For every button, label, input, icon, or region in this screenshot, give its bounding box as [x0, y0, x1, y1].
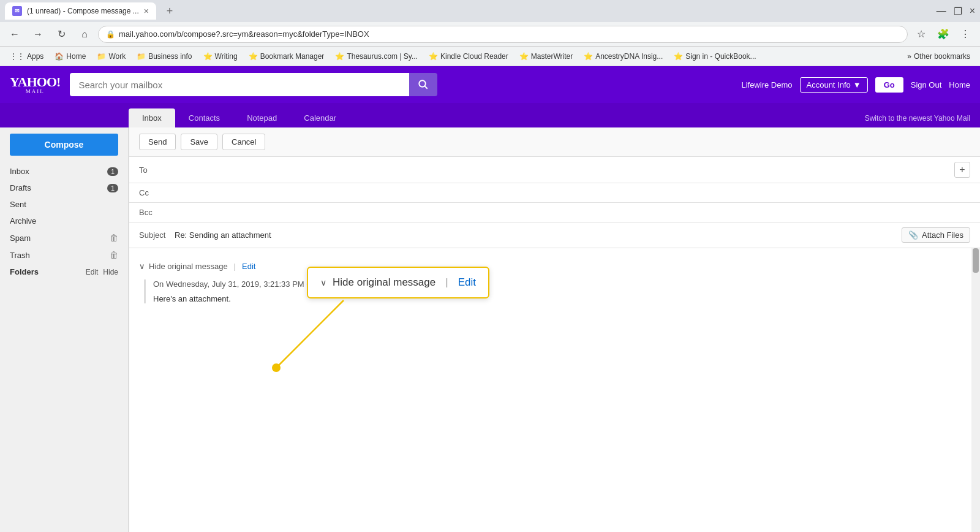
- yahoo-mail-app: YAHOO! MAIL Lifewire Demo Account Info ▼…: [0, 66, 980, 532]
- bookmark-other[interactable]: » Other bookmarks: [902, 51, 975, 62]
- attach-files-button[interactable]: 📎 Attach Files: [902, 227, 970, 243]
- subject-field-row: Subject Re: Sending an attachment 📎 Atta…: [129, 222, 980, 248]
- bookmarks-bar: ⋮⋮ Apps 🏠 Home 📁 Work 📁 Business info ⭐ …: [0, 47, 980, 66]
- bcc-input[interactable]: [164, 208, 970, 217]
- hide-original-row: ∨ Hide original message | Edit: [139, 258, 970, 275]
- bookmark-apps[interactable]: ⋮⋮ Apps: [5, 51, 48, 62]
- hide-original-chevron-icon: ∨: [139, 262, 145, 271]
- bcc-label: Bcc: [139, 208, 164, 217]
- yahoo-main: Compose Inbox 1 Drafts 1 Sent Archive Sp…: [0, 127, 980, 532]
- callout-bubble: ∨ Hide original message | Edit: [307, 267, 489, 298]
- folders-hide-link[interactable]: Hide: [103, 268, 118, 276]
- to-input[interactable]: [164, 165, 954, 175]
- address-bar[interactable]: 🔒 mail.yahoo.com/b/compose?.src=ym&reaso…: [98, 26, 908, 43]
- trash-icon[interactable]: 🗑: [110, 250, 118, 260]
- compose-scrollbar[interactable]: [971, 248, 980, 532]
- callout-overlay: ∨ Hide original message | Edit: [307, 267, 489, 298]
- sidebar-item-archive[interactable]: Archive: [0, 213, 128, 229]
- svg-line-2: [276, 300, 344, 368]
- search-icon: [418, 79, 429, 90]
- forward-button[interactable]: →: [28, 25, 48, 44]
- inbox-count-badge: 1: [107, 167, 118, 176]
- tab-inbox[interactable]: Inbox: [129, 108, 175, 127]
- sidebar-item-spam[interactable]: Spam 🗑: [0, 229, 128, 246]
- save-button[interactable]: Save: [181, 134, 217, 150]
- folders-edit-link[interactable]: Edit: [86, 268, 99, 276]
- tab-title: (1 unread) - Compose message ...: [27, 7, 139, 15]
- bookmark-home[interactable]: 🏠 Home: [50, 51, 91, 62]
- cancel-button[interactable]: Cancel: [222, 134, 265, 150]
- sidebar-label-trash: Trash: [10, 251, 107, 260]
- close-button[interactable]: ×: [970, 6, 975, 17]
- to-add-button[interactable]: +: [954, 162, 970, 178]
- compose-body[interactable]: ∨ Hide original message | Edit: [129, 248, 980, 532]
- sidebar-label-drafts: Drafts: [10, 183, 107, 192]
- svg-point-0: [420, 80, 426, 87]
- home-button[interactable]: ⌂: [75, 25, 94, 44]
- browser-toolbar: ← → ↻ ⌂ 🔒 mail.yahoo.com/b/compose?.src=…: [0, 22, 980, 47]
- send-button[interactable]: Send: [139, 134, 176, 150]
- lock-icon: 🔒: [106, 30, 115, 39]
- bookmark-business[interactable]: 📁 Business info: [132, 51, 197, 62]
- search-input[interactable]: [70, 73, 409, 96]
- bookmark-quickbook[interactable]: ⭐ Sign in - QuickBook...: [669, 51, 761, 62]
- home-link[interactable]: Home: [949, 80, 970, 89]
- yahoo-search: [70, 73, 437, 96]
- original-message: On Wednesday, July 31, 2019, 3:21:33 PM …: [144, 279, 970, 303]
- sidebar-label-spam: Spam: [10, 234, 107, 243]
- bookmark-bookmark-manager[interactable]: ⭐ Bookmark Manager: [244, 51, 330, 62]
- subject-value[interactable]: Re: Sending an attachment: [175, 230, 902, 240]
- spam-trash-icon[interactable]: 🗑: [110, 233, 118, 243]
- account-dropdown-icon: ▼: [853, 80, 861, 89]
- bookmark-star-button[interactable]: ☆: [911, 25, 931, 44]
- switch-newest-link[interactable]: Switch to the newest Yahoo Mail: [855, 109, 980, 127]
- sidebar-item-trash[interactable]: Trash 🗑: [0, 246, 128, 264]
- tab-close-button[interactable]: ×: [144, 6, 149, 16]
- bookmark-writing[interactable]: ⭐ Writing: [198, 51, 243, 62]
- url-text: mail.yahoo.com/b/compose?.src=ym&reason=…: [119, 29, 369, 39]
- callout-chevron-icon: ∨: [320, 278, 326, 287]
- account-info-button[interactable]: Account Info ▼: [800, 77, 868, 93]
- to-label: To: [139, 165, 164, 175]
- bookmark-work[interactable]: 📁 Work: [92, 51, 130, 62]
- hide-original-edit-link[interactable]: Edit: [242, 262, 255, 271]
- browser-tab[interactable]: ✉ (1 unread) - Compose message ... ×: [5, 2, 156, 20]
- yahoo-header-actions: Lifewire Demo Account Info ▼ Go Sign Out…: [741, 77, 970, 93]
- compose-form: To + Cc Bcc Subject Re: Sending a: [129, 157, 980, 532]
- search-button[interactable]: [409, 73, 437, 96]
- tab-contacts[interactable]: Contacts: [175, 108, 233, 127]
- sidebar-label-inbox: Inbox: [10, 167, 107, 176]
- sidebar-item-sent[interactable]: Sent: [0, 196, 128, 213]
- bookmark-kindle[interactable]: ⭐ Kindle Cloud Reader: [424, 51, 513, 62]
- tab-favicon: ✉: [12, 6, 22, 16]
- lifewire-demo-link[interactable]: Lifewire Demo: [741, 80, 792, 89]
- maximize-button[interactable]: ❐: [954, 6, 962, 17]
- compose-button[interactable]: Compose: [10, 134, 118, 156]
- cc-input[interactable]: [164, 188, 970, 197]
- signout-link[interactable]: Sign Out: [911, 80, 942, 89]
- more-options-button[interactable]: ⋮: [956, 25, 975, 44]
- scrollbar-thumb[interactable]: [973, 248, 979, 273]
- callout-hide-text: Hide original message: [333, 276, 435, 289]
- sidebar-item-drafts[interactable]: Drafts 1: [0, 180, 128, 196]
- go-button[interactable]: Go: [875, 77, 903, 93]
- new-tab-button[interactable]: +: [161, 2, 178, 20]
- yahoo-sidebar: Compose Inbox 1 Drafts 1 Sent Archive Sp…: [0, 127, 129, 532]
- refresh-button[interactable]: ↻: [51, 25, 71, 44]
- callout-edit-link[interactable]: Edit: [458, 276, 476, 289]
- back-button[interactable]: ←: [5, 25, 24, 44]
- bookmark-ancestry[interactable]: ⭐ AncestryDNA Insig...: [579, 51, 668, 62]
- sidebar-item-inbox[interactable]: Inbox 1: [0, 163, 128, 180]
- yahoo-logo: YAHOO! MAIL: [10, 75, 60, 94]
- hide-original-text: Hide original message: [149, 262, 228, 271]
- tab-notepad[interactable]: Notepad: [233, 108, 290, 127]
- svg-point-3: [272, 363, 281, 372]
- extensions-button[interactable]: 🧩: [933, 25, 953, 44]
- compose-body-scroll[interactable]: ∨ Hide original message | Edit On Wednes…: [129, 248, 980, 532]
- sidebar-folders-section: Folders Edit Hide: [0, 264, 128, 280]
- bookmark-masterwriter[interactable]: ⭐ MasterWriter: [514, 51, 578, 62]
- bookmark-thesaurus[interactable]: ⭐ Thesaurus.com | Sy...: [330, 51, 423, 62]
- tab-calendar[interactable]: Calendar: [290, 108, 350, 127]
- sidebar-label-archive: Archive: [10, 216, 118, 226]
- minimize-button[interactable]: —: [937, 6, 946, 17]
